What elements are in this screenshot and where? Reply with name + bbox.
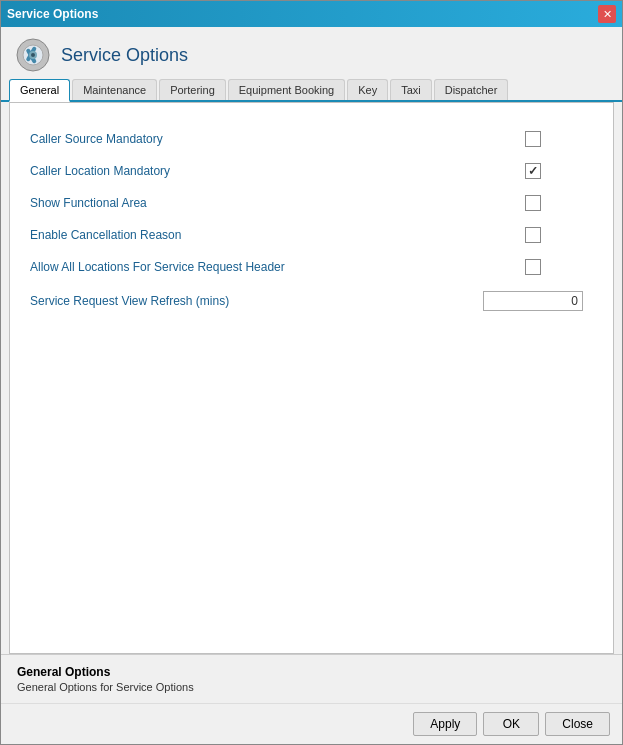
tab-taxi[interactable]: Taxi: [390, 79, 432, 100]
close-icon[interactable]: ✕: [598, 5, 616, 23]
service-icon: [15, 37, 51, 73]
tab-content-general: Caller Source MandatoryCaller Location M…: [9, 102, 614, 654]
checkbox-3[interactable]: [525, 227, 541, 243]
option-row: Service Request View Refresh (mins): [30, 283, 593, 319]
description-title: General Options: [17, 665, 606, 679]
checkbox-4[interactable]: [525, 259, 541, 275]
option-row: Caller Location Mandatory: [30, 155, 593, 187]
description-text: General Options for Service Options: [17, 681, 606, 693]
number-input-5[interactable]: [483, 291, 583, 311]
dialog-header: Service Options: [1, 27, 622, 79]
option-label: Service Request View Refresh (mins): [30, 294, 473, 308]
option-row: Caller Source Mandatory: [30, 123, 593, 155]
option-label: Show Functional Area: [30, 196, 473, 210]
checkbox-1[interactable]: [525, 163, 541, 179]
option-row: Enable Cancellation Reason: [30, 219, 593, 251]
tab-portering[interactable]: Portering: [159, 79, 226, 100]
option-label: Enable Cancellation Reason: [30, 228, 473, 242]
tab-equipment-booking[interactable]: Equipment Booking: [228, 79, 345, 100]
option-row: Allow All Locations For Service Request …: [30, 251, 593, 283]
ok-button[interactable]: OK: [483, 712, 539, 736]
option-label: Allow All Locations For Service Request …: [30, 260, 473, 274]
tab-general[interactable]: General: [9, 79, 70, 102]
tab-dispatcher[interactable]: Dispatcher: [434, 79, 509, 100]
option-label: Caller Location Mandatory: [30, 164, 473, 178]
option-label: Caller Source Mandatory: [30, 132, 473, 146]
button-bar: Apply OK Close: [1, 703, 622, 744]
checkbox-0[interactable]: [525, 131, 541, 147]
svg-point-5: [31, 53, 35, 57]
apply-button[interactable]: Apply: [413, 712, 477, 736]
tab-maintenance[interactable]: Maintenance: [72, 79, 157, 100]
option-row: Show Functional Area: [30, 187, 593, 219]
title-bar-text: Service Options: [7, 7, 98, 21]
options-container: Caller Source MandatoryCaller Location M…: [30, 123, 593, 319]
tabs-bar: General Maintenance Portering Equipment …: [1, 79, 622, 102]
checkbox-2[interactable]: [525, 195, 541, 211]
close-button[interactable]: Close: [545, 712, 610, 736]
description-area: General Options General Options for Serv…: [1, 654, 622, 703]
title-bar: Service Options ✕: [1, 1, 622, 27]
service-options-dialog: Service Options ✕ Service Options Genera…: [0, 0, 623, 745]
dialog-main-title: Service Options: [61, 45, 188, 66]
tab-key[interactable]: Key: [347, 79, 388, 100]
